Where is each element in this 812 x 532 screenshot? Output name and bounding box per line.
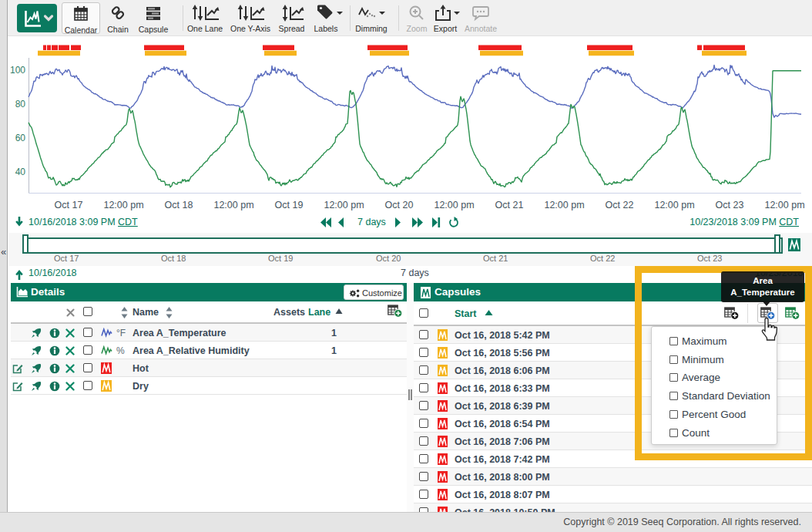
svg-text:12:00 pm: 12:00 pm	[324, 200, 364, 210]
svg-text:Oct 20: Oct 20	[385, 200, 414, 210]
svg-text:Oct 21: Oct 21	[495, 200, 524, 210]
svg-text:Oct 19: Oct 19	[275, 200, 304, 210]
svg-text:Oct 17: Oct 17	[55, 200, 83, 210]
svg-text:12:00 pm: 12:00 pm	[213, 200, 253, 210]
svg-text:12:00 pm: 12:00 pm	[544, 200, 584, 210]
svg-text:12:00 pm: 12:00 pm	[764, 200, 804, 210]
svg-text:40: 40	[15, 167, 26, 177]
svg-text:12:00 pm: 12:00 pm	[103, 200, 143, 210]
svg-text:Oct 23: Oct 23	[716, 200, 744, 210]
svg-text:80: 80	[15, 99, 26, 109]
svg-text:12:00 pm: 12:00 pm	[434, 200, 474, 210]
svg-text:Oct 22: Oct 22	[606, 200, 634, 210]
svg-text:100: 100	[10, 65, 25, 76]
svg-text:60: 60	[15, 133, 26, 143]
svg-text:Oct 18: Oct 18	[165, 200, 193, 210]
svg-text:12:00 pm: 12:00 pm	[654, 200, 694, 210]
